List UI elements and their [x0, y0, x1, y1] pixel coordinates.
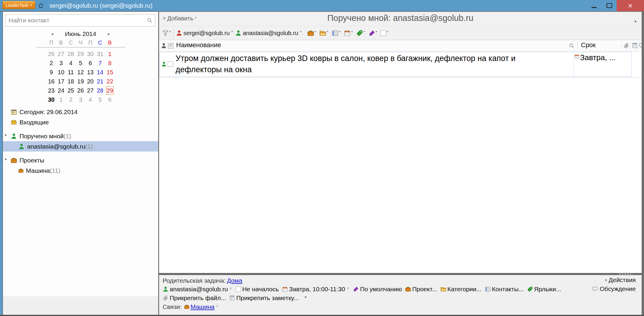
toolbar-status-button[interactable]: ▾ [381, 30, 388, 36]
calendar-day[interactable]: 27 [85, 86, 95, 95]
expand-arrow-icon[interactable]: ▾ [5, 157, 7, 162]
calendar-day[interactable]: 10 [56, 68, 66, 76]
note-icon[interactable] [632, 42, 638, 49]
search-input[interactable] [6, 14, 155, 26]
calendar-day[interactable]: 11 [66, 68, 76, 76]
sidebar-item-assignee-anastasia[interactable]: anastasia@sgolub.ru(1) [3, 141, 158, 152]
calendar-day[interactable]: 1 [105, 50, 115, 58]
chip-labels[interactable]: Ярлыки... [527, 286, 561, 293]
chip-marker[interactable]: По умолчанию [353, 286, 402, 293]
calendar-day[interactable]: 24 [56, 86, 66, 95]
calendar-day[interactable]: 27 [56, 50, 66, 58]
calendar-day[interactable]: 31 [95, 50, 105, 58]
remove-icon[interactable]: × [346, 286, 349, 291]
calendar-day[interactable]: 26 [47, 50, 56, 58]
sidebar-item-project-car[interactable]: Машина(11) [3, 165, 158, 176]
calendar-day[interactable]: 13 [85, 68, 95, 76]
calendar-next-button[interactable]: ▸ [108, 32, 110, 36]
parent-task-link[interactable]: Дома [227, 277, 242, 284]
actions-button[interactable]: ▾ Действия [592, 276, 636, 284]
toolbar-filter-owner[interactable]: sergei@sgolub.ru▾ [176, 30, 233, 37]
search-icon[interactable] [147, 17, 153, 23]
app-menu-button[interactable]: LeaderTask ▾ [2, 1, 35, 9]
calendar-month-label[interactable]: Июнь 2014 [65, 30, 96, 37]
calendar-day[interactable]: 17 [56, 77, 66, 85]
calendar-day[interactable]: 25 [66, 86, 76, 95]
toolbar-marker-button[interactable]: ▾ [369, 30, 377, 37]
remove-icon[interactable]: × [229, 286, 232, 291]
calendar-day[interactable]: 6 [105, 96, 115, 104]
toolbar-project-button[interactable]: ▾ [307, 30, 316, 37]
calendar-day[interactable]: 5 [95, 96, 105, 104]
calendar-day[interactable]: 8 [105, 59, 115, 67]
maximize-button[interactable] [602, 0, 616, 11]
calendar-day[interactable]: 2 [66, 96, 76, 104]
chip-attach-file[interactable]: Прикрепить файл... [163, 294, 226, 302]
sidebar-item-inbox[interactable]: Входящие [3, 117, 158, 127]
calendar-day[interactable]: 28 [95, 86, 105, 95]
calendar-day[interactable]: 6 [85, 59, 95, 67]
splitter[interactable] [159, 273, 642, 275]
calendar-day[interactable]: 30 [47, 96, 56, 104]
remove-icon[interactable]: × [216, 303, 219, 308]
calendar-day[interactable]: 2 [47, 59, 56, 67]
sidebar-item-assigned-by-me[interactable]: ▾Поручено мной(1) [3, 131, 158, 141]
calendar-day[interactable]: 29 [76, 50, 85, 58]
calendar-day[interactable]: 19 [76, 77, 85, 85]
sync-icon[interactable] [38, 3, 44, 9]
toolbar-contact-button[interactable]: ▾ [332, 30, 341, 37]
calendar-day[interactable]: 23 [47, 86, 56, 95]
paperclip-icon[interactable] [623, 42, 630, 49]
task-checkbox[interactable] [168, 61, 173, 67]
calendar-day[interactable]: 4 [66, 59, 76, 67]
panel-divider[interactable] [158, 12, 159, 315]
filter-button[interactable]: ▾ [162, 30, 171, 37]
calendar-day[interactable]: 16 [47, 77, 56, 85]
toolbar-date-button[interactable]: ▾ [344, 30, 353, 37]
task-row[interactable]: Утром должен доставить курьер 3D ковры в… [159, 52, 632, 77]
calendar-day[interactable]: 18 [66, 77, 76, 85]
chip-attach-note[interactable]: Прикрепить заметку... [229, 294, 299, 302]
chip-categories[interactable]: Категории... [440, 286, 482, 293]
chip-contacts[interactable]: Контакты... [485, 286, 524, 293]
calendar-day[interactable]: 30 [85, 50, 95, 58]
sidebar-item-today[interactable]: Сегодня: 29.06.2014 [3, 107, 158, 117]
collapse-arrow-icon[interactable]: ◂ [304, 295, 306, 299]
calendar-day[interactable]: 3 [76, 96, 85, 104]
toolbar-category-button[interactable]: ▾ [319, 30, 328, 37]
discussion-button[interactable]: Обсуждение [592, 284, 636, 293]
calendar-day[interactable]: 7 [95, 59, 105, 67]
column-due[interactable]: Срок [581, 41, 596, 49]
calendar-day[interactable]: 20 [85, 77, 95, 85]
calendar-day[interactable]: 12 [76, 68, 85, 76]
select-all-checkbox[interactable] [168, 43, 174, 49]
search-icon[interactable] [569, 43, 574, 49]
minimize-button[interactable] [587, 0, 601, 11]
calendar-day[interactable]: 22 [105, 77, 115, 85]
chip-project[interactable]: Проект... [405, 286, 437, 293]
chip-status[interactable]: Не началось [236, 286, 279, 293]
calendar-prev-button[interactable]: ◂ [52, 32, 53, 36]
calendar-day[interactable]: 28 [66, 50, 76, 58]
calendar-day[interactable]: 26 [76, 86, 85, 95]
column-name[interactable]: Наименование [176, 41, 221, 49]
toolbar-filter-assignee[interactable]: anastasia@sgolub.ru▾ [235, 30, 301, 37]
expand-arrow-icon[interactable]: ▾ [5, 133, 7, 137]
calendar-day[interactable]: 21 [95, 77, 105, 85]
chip-link[interactable]: Машина [191, 303, 214, 310]
close-button[interactable] [617, 0, 644, 11]
calendar-day[interactable]: 9 [47, 68, 56, 76]
chip-link-car[interactable]: Машина× [184, 303, 219, 310]
calendar-day[interactable]: 29 [106, 86, 114, 95]
sidebar-item-projects[interactable]: ▾Проекты [3, 155, 158, 165]
scroll-up-button[interactable]: ▲ [632, 18, 639, 24]
calendar-day[interactable]: 4 [85, 96, 95, 104]
assignee-column-icon[interactable] [161, 43, 167, 49]
toolbar-label-button[interactable]: ▾ [356, 30, 365, 37]
chip-due[interactable]: Завтра, 10:00-11:30× [282, 286, 350, 293]
calendar-day[interactable]: 1 [56, 96, 66, 104]
calendar-day[interactable]: 3 [56, 59, 66, 67]
calendar-day[interactable]: 5 [76, 59, 85, 67]
chip-assignee[interactable]: anastasia@sgolub.ru× [163, 286, 232, 293]
calendar-day[interactable]: 14 [95, 68, 105, 76]
